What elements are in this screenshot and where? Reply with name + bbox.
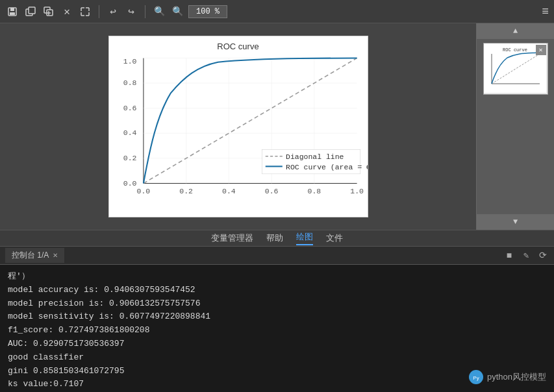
console-line-7: gini 0.8581503461072795: [8, 365, 546, 378]
menu-item-file[interactable]: 文件: [326, 232, 343, 244]
svg-text:0.2: 0.2: [123, 154, 136, 162]
console-stop-icon[interactable]: ■: [503, 250, 515, 262]
console-line-0: 程'）: [8, 270, 546, 284]
svg-rect-2: [10, 12, 15, 15]
svg-rect-4: [29, 7, 35, 14]
svg-text:ROC curve (area = 0.93): ROC curve (area = 0.93): [286, 163, 368, 171]
chart-svg: 0.0 0.2 0.4 0.6 0.8 1.0 0.0 0.2 0.4 0.6 …: [109, 51, 368, 207]
console-line-2: model precision is: 0.9060132575757576: [8, 297, 546, 311]
close-icon[interactable]: ✕: [60, 5, 74, 19]
console-tab-close[interactable]: ✕: [53, 252, 58, 259]
watermark: Py python风控模型: [469, 370, 546, 384]
menu-item-help[interactable]: 帮助: [266, 232, 283, 244]
svg-text:0.6: 0.6: [123, 104, 136, 112]
divider2: [145, 5, 145, 18]
svg-text:ROC curve: ROC curve: [503, 47, 527, 53]
watermark-text: python风控模型: [487, 371, 546, 384]
console-tab-bar: 控制台 1/A ✕ ■ ✎ ⟳: [0, 247, 554, 265]
divider1: [99, 5, 99, 18]
svg-line-45: [492, 54, 540, 84]
menu-item-variable-manager[interactable]: 变量管理器: [211, 232, 253, 244]
svg-text:0.8: 0.8: [123, 79, 136, 87]
zoom-level[interactable]: 100 %: [188, 5, 227, 18]
preview-close-icon[interactable]: ✕: [536, 45, 546, 55]
chart-title: ROC curve: [109, 36, 368, 51]
console-line-3: model sensitivity is: 0.6077497220898841: [8, 310, 546, 324]
copy-icon[interactable]: [23, 5, 38, 19]
undo-icon[interactable]: ↩: [106, 5, 120, 19]
svg-text:0.6: 0.6: [264, 187, 278, 195]
menu-bar: 变量管理器 帮助 绘图 文件: [0, 230, 554, 247]
console-refresh-icon[interactable]: ⟳: [537, 250, 549, 262]
console-line-6: good classifier: [8, 351, 546, 365]
menu-icon[interactable]: ≡: [542, 5, 549, 18]
main-area: ROC curve 0.0 0.2 0.4 0.6 0.8 1.0 0.0 0.…: [0, 23, 554, 230]
resize-icon[interactable]: [78, 5, 92, 19]
redo-icon[interactable]: ↪: [124, 5, 138, 19]
roc-chart: ROC curve 0.0 0.2 0.4 0.6 0.8 1.0 0.0 0.…: [108, 36, 368, 217]
preview-scroll-up[interactable]: ▲: [477, 23, 554, 39]
console-line-5: AUC: 0.9290751730536397: [8, 337, 546, 351]
console-line-8: ks value:0.7107: [8, 378, 546, 391]
console-content: 程'） model accuracy is: 0.940630759354745…: [0, 265, 554, 392]
svg-text:1.0: 1.0: [123, 57, 136, 66]
bottom-wrapper: 控制台 1/A ✕ ■ ✎ ⟳ 程'） model accuracy is: 0…: [0, 247, 554, 392]
menu-item-plot[interactable]: 绘图: [296, 231, 313, 245]
svg-text:1.0: 1.0: [350, 187, 364, 195]
watermark-icon: Py: [469, 370, 483, 384]
svg-rect-1: [10, 8, 14, 11]
duplicate-icon[interactable]: [42, 5, 56, 19]
preview-panel: ▲ ROC curve ✕ ▼: [476, 23, 554, 230]
zoom-in-icon[interactable]: 🔍: [170, 5, 184, 19]
svg-text:0.0: 0.0: [136, 187, 150, 195]
console-tab[interactable]: 控制台 1/A ✕: [5, 248, 64, 263]
svg-text:0.4: 0.4: [222, 187, 236, 195]
preview-scroll-down[interactable]: ▼: [477, 214, 554, 230]
toolbar: ✕ ↩ ↪ 🔍 🔍 100 % ≡: [0, 0, 554, 23]
svg-text:Diagonal line: Diagonal line: [286, 153, 344, 161]
console-tab-icons: ■ ✎ ⟳: [503, 250, 549, 262]
preview-thumbnail[interactable]: ROC curve ✕: [483, 43, 548, 95]
console-edit-icon[interactable]: ✎: [520, 250, 532, 262]
svg-text:0.4: 0.4: [123, 129, 136, 137]
zoom-out-icon[interactable]: 🔍: [152, 5, 166, 19]
svg-text:0.8: 0.8: [307, 187, 321, 195]
console-line-4: f1_score: 0.7274973861800208: [8, 324, 546, 337]
svg-text:Py: Py: [473, 375, 479, 381]
svg-text:0.2: 0.2: [179, 187, 193, 195]
console-tab-label: 控制台 1/A: [12, 250, 49, 261]
svg-text:0.0: 0.0: [123, 179, 136, 188]
console-line-1: model accuracy is: 0.9406307593547452: [8, 284, 546, 297]
save-icon[interactable]: [5, 5, 19, 19]
chart-container: ROC curve 0.0 0.2 0.4 0.6 0.8 1.0 0.0 0.…: [0, 23, 476, 230]
